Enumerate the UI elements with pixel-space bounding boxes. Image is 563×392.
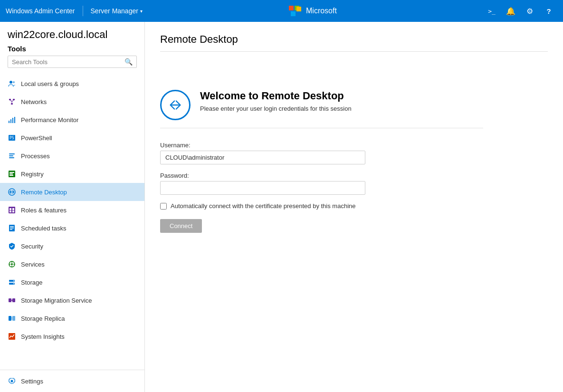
sidebar-item-performance-monitor-label: Performance Monitor: [21, 116, 78, 124]
sidebar-item-services[interactable]: Services: [0, 255, 144, 273]
svg-rect-26: [12, 208, 14, 210]
connect-button[interactable]: Connect: [160, 219, 202, 233]
rd-welcome-subtext: Please enter your user login credentials…: [200, 105, 352, 112]
sidebar-bottom: Settings: [0, 370, 144, 392]
svg-rect-25: [10, 208, 11, 210]
svg-rect-15: [9, 153, 15, 154]
auto-connect-label: Automatically connect with the certifica…: [171, 202, 355, 210]
password-input[interactable]: [160, 181, 365, 195]
sidebar-item-local-users[interactable]: Local users & groups: [0, 75, 144, 93]
sidebar-item-performance-monitor[interactable]: Performance Monitor: [0, 111, 144, 129]
topbar-center: Microsoft: [146, 6, 479, 16]
sidebar-item-system-insights[interactable]: System Insights: [0, 327, 144, 345]
sidebar-item-storage-migration[interactable]: Storage Migration Service: [0, 291, 144, 309]
tools-label: Tools: [8, 45, 137, 53]
username-input[interactable]: [160, 151, 365, 164]
svg-rect-43: [9, 298, 11, 302]
svg-rect-28: [12, 210, 14, 212]
sidebar-item-processes[interactable]: Processes: [0, 147, 144, 165]
terminal-button[interactable]: >_: [483, 2, 500, 19]
sidebar-item-remote-desktop-label: Remote Desktop: [21, 189, 67, 196]
replica-icon: [8, 314, 16, 323]
process-icon: [8, 152, 16, 160]
svg-rect-30: [10, 226, 14, 227]
rd-welcome-heading: Welcome to Remote Desktop: [200, 90, 352, 102]
gear-icon: ⚙: [526, 7, 533, 16]
sidebar-item-settings[interactable]: Settings: [0, 372, 144, 390]
help-button[interactable]: ?: [540, 2, 557, 19]
sidebar-item-scheduled-tasks[interactable]: Scheduled tasks: [0, 219, 144, 237]
sidebar-item-local-users-label: Local users & groups: [21, 80, 79, 87]
svg-point-41: [13, 280, 14, 281]
search-input[interactable]: [12, 58, 124, 66]
sidebar-nav-wrapper: Local users & groups: [0, 75, 144, 370]
ms-logo-red: [289, 6, 294, 10]
storage-icon: [8, 278, 16, 287]
settings-button[interactable]: ⚙: [521, 2, 538, 19]
sidebar-item-roles-features[interactable]: Roles & features: [0, 201, 144, 219]
roles-icon: [8, 206, 16, 214]
svg-rect-31: [10, 228, 14, 229]
ms-logo-yellow: [296, 7, 301, 11]
svg-rect-46: [12, 316, 15, 321]
sidebar-item-registry[interactable]: Registry: [0, 165, 144, 183]
username-group: Username:: [160, 142, 483, 164]
svg-rect-32: [10, 229, 12, 230]
powershell-icon: PS: [8, 134, 16, 142]
svg-point-42: [13, 283, 14, 284]
svg-rect-20: [10, 173, 13, 174]
sidebar-item-storage-label: Storage: [21, 279, 43, 286]
users-icon: [8, 79, 16, 88]
migration-icon: [8, 296, 16, 305]
sidebar-item-networks-label: Networks: [21, 98, 47, 105]
svg-rect-21: [10, 175, 13, 176]
server-manager-label: Server Manager: [91, 7, 138, 15]
topbar-divider: [83, 6, 83, 16]
svg-point-34: [11, 263, 13, 265]
password-label: Password:: [160, 172, 483, 179]
svg-rect-3: [13, 99, 15, 100]
svg-rect-45: [9, 316, 11, 321]
sidebar-item-storage[interactable]: Storage: [0, 273, 144, 291]
remote-desktop-icon: [8, 188, 16, 196]
sidebar-item-storage-replica[interactable]: Storage Replica: [0, 309, 144, 327]
remote-desktop-panel: Welcome to Remote Desktop Please enter y…: [160, 90, 483, 233]
network-icon: [8, 97, 16, 106]
rd-welcome-section: Welcome to Remote Desktop Please enter y…: [160, 90, 483, 128]
sidebar-item-networks[interactable]: Networks: [0, 93, 144, 111]
svg-line-6: [10, 100, 12, 102]
svg-rect-24: [9, 207, 15, 213]
sidebar-item-roles-features-label: Roles & features: [21, 207, 67, 214]
sidebar-item-scheduled-tasks-label: Scheduled tasks: [21, 225, 66, 232]
page-title: Remote Desktop: [160, 33, 548, 52]
sidebar-item-powershell[interactable]: PS PowerShell: [0, 129, 144, 147]
rd-welcome-text: Welcome to Remote Desktop Please enter y…: [200, 90, 352, 112]
sidebar-item-registry-label: Registry: [21, 171, 44, 178]
insights-icon: [8, 332, 16, 341]
notifications-button[interactable]: 🔔: [502, 2, 519, 19]
sidebar-nav: Local users & groups: [0, 75, 144, 370]
svg-rect-11: [12, 118, 13, 123]
sidebar-item-services-label: Services: [21, 261, 45, 268]
search-icon[interactable]: 🔍: [124, 58, 133, 66]
svg-rect-10: [10, 119, 11, 123]
svg-text:PS: PS: [10, 136, 14, 140]
sidebar: win22core.cloud.local Tools 🔍: [0, 22, 145, 392]
auto-connect-checkbox[interactable]: [160, 203, 167, 210]
ms-logo-blue: [291, 11, 296, 16]
sidebar-item-remote-desktop[interactable]: Remote Desktop: [0, 183, 144, 201]
security-icon: [8, 242, 16, 250]
sidebar-item-security[interactable]: Security: [0, 237, 144, 255]
search-box: 🔍: [8, 56, 137, 68]
server-manager-btn[interactable]: Server Manager ▾: [91, 7, 143, 15]
svg-line-7: [12, 100, 14, 102]
microsoft-label: Microsoft: [306, 7, 337, 15]
chevron-down-icon: ▾: [140, 9, 143, 14]
svg-point-1: [13, 81, 15, 83]
tasks-icon: [8, 224, 16, 232]
rd-icon: [160, 90, 191, 120]
terminal-icon: >_: [488, 8, 496, 15]
svg-point-48: [11, 380, 13, 382]
svg-rect-27: [10, 210, 11, 212]
svg-rect-17: [9, 157, 14, 158]
